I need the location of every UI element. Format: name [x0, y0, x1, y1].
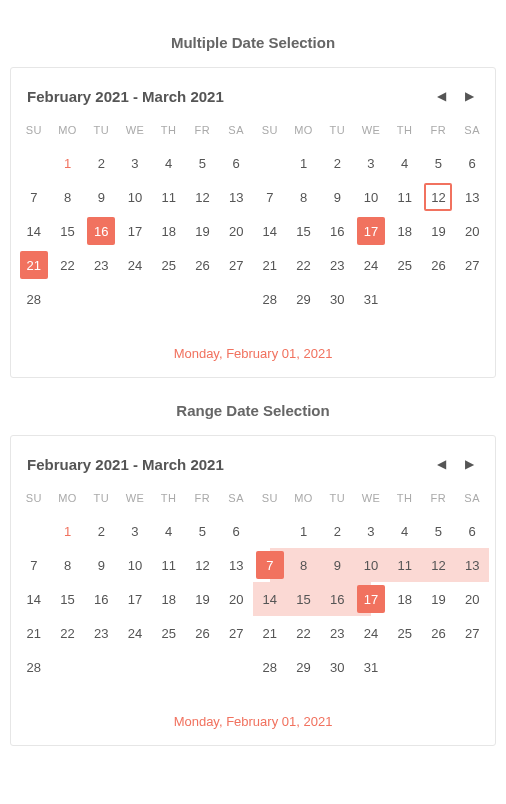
day-cell[interactable]: 1: [51, 146, 85, 180]
day-cell[interactable]: 11: [152, 180, 186, 214]
day-cell[interactable]: 9: [84, 180, 118, 214]
day-cell[interactable]: 17: [118, 582, 152, 616]
day-cell[interactable]: 21: [253, 248, 287, 282]
day-cell[interactable]: 29: [287, 282, 321, 316]
day-cell[interactable]: 12: [422, 180, 456, 214]
day-cell[interactable]: 1: [287, 514, 321, 548]
day-cell[interactable]: 20: [219, 214, 253, 248]
day-cell[interactable]: 18: [388, 214, 422, 248]
day-cell[interactable]: 10: [118, 548, 152, 582]
day-cell[interactable]: 5: [186, 146, 220, 180]
day-cell[interactable]: 4: [388, 146, 422, 180]
day-cell[interactable]: 18: [152, 214, 186, 248]
day-cell[interactable]: 24: [354, 616, 388, 650]
day-cell[interactable]: 3: [118, 514, 152, 548]
day-cell[interactable]: 7: [17, 548, 51, 582]
day-cell[interactable]: 4: [152, 146, 186, 180]
day-cell[interactable]: 9: [320, 180, 354, 214]
day-cell[interactable]: 28: [17, 282, 51, 316]
day-cell[interactable]: 28: [253, 282, 287, 316]
day-cell[interactable]: 27: [219, 616, 253, 650]
day-cell[interactable]: 5: [186, 514, 220, 548]
next-month-button[interactable]: ▶: [459, 454, 479, 474]
day-cell[interactable]: 22: [287, 248, 321, 282]
day-cell[interactable]: 2: [320, 146, 354, 180]
day-cell[interactable]: 14: [17, 582, 51, 616]
day-cell[interactable]: 11: [152, 548, 186, 582]
day-cell[interactable]: 20: [219, 582, 253, 616]
day-cell[interactable]: 10: [354, 180, 388, 214]
day-cell[interactable]: 31: [354, 282, 388, 316]
day-cell[interactable]: 21: [17, 616, 51, 650]
day-cell[interactable]: 4: [388, 514, 422, 548]
day-cell[interactable]: 24: [118, 616, 152, 650]
day-cell[interactable]: 13: [455, 180, 489, 214]
day-cell[interactable]: 8: [51, 548, 85, 582]
day-cell[interactable]: 27: [455, 248, 489, 282]
day-cell[interactable]: 6: [455, 146, 489, 180]
day-cell[interactable]: 14: [17, 214, 51, 248]
day-cell[interactable]: 23: [320, 616, 354, 650]
day-cell[interactable]: 26: [422, 248, 456, 282]
day-cell[interactable]: 24: [354, 248, 388, 282]
day-cell[interactable]: 25: [152, 616, 186, 650]
day-cell[interactable]: 18: [152, 582, 186, 616]
day-cell[interactable]: 14: [253, 214, 287, 248]
day-cell[interactable]: 28: [17, 650, 51, 684]
day-cell[interactable]: 17: [354, 214, 388, 248]
day-cell[interactable]: 19: [422, 214, 456, 248]
day-cell[interactable]: 12: [186, 548, 220, 582]
day-cell[interactable]: 5: [422, 514, 456, 548]
day-cell[interactable]: 25: [152, 248, 186, 282]
day-cell[interactable]: 25: [388, 616, 422, 650]
day-cell[interactable]: 13: [219, 548, 253, 582]
day-cell[interactable]: 23: [84, 248, 118, 282]
day-cell[interactable]: 3: [354, 514, 388, 548]
day-cell[interactable]: 16: [84, 582, 118, 616]
day-cell[interactable]: 15: [51, 214, 85, 248]
next-month-button[interactable]: ▶: [459, 86, 479, 106]
day-cell[interactable]: 30: [320, 650, 354, 684]
day-cell[interactable]: 20: [455, 582, 489, 616]
day-cell[interactable]: 12: [422, 548, 456, 582]
prev-month-button[interactable]: ◀: [431, 454, 451, 474]
day-cell[interactable]: 15: [51, 582, 85, 616]
day-cell[interactable]: 23: [84, 616, 118, 650]
day-cell[interactable]: 2: [320, 514, 354, 548]
day-cell[interactable]: 13: [219, 180, 253, 214]
day-cell[interactable]: 10: [354, 548, 388, 582]
day-cell[interactable]: 25: [388, 248, 422, 282]
day-cell[interactable]: 1: [287, 146, 321, 180]
day-cell[interactable]: 1: [51, 514, 85, 548]
day-cell[interactable]: 21: [17, 248, 51, 282]
day-cell[interactable]: 5: [422, 146, 456, 180]
day-cell[interactable]: 18: [388, 582, 422, 616]
day-cell[interactable]: 29: [287, 650, 321, 684]
day-cell[interactable]: 12: [186, 180, 220, 214]
day-cell[interactable]: 11: [388, 180, 422, 214]
day-cell[interactable]: 22: [287, 616, 321, 650]
day-cell[interactable]: 23: [320, 248, 354, 282]
day-cell[interactable]: 15: [287, 582, 321, 616]
day-cell[interactable]: 9: [320, 548, 354, 582]
day-cell[interactable]: 14: [253, 582, 287, 616]
day-cell[interactable]: 26: [186, 616, 220, 650]
day-cell[interactable]: 8: [287, 180, 321, 214]
day-cell[interactable]: 17: [118, 214, 152, 248]
day-cell[interactable]: 6: [455, 514, 489, 548]
day-cell[interactable]: 22: [51, 248, 85, 282]
day-cell[interactable]: 4: [152, 514, 186, 548]
day-cell[interactable]: 28: [253, 650, 287, 684]
day-cell[interactable]: 31: [354, 650, 388, 684]
day-cell[interactable]: 6: [219, 146, 253, 180]
day-cell[interactable]: 6: [219, 514, 253, 548]
day-cell[interactable]: 8: [287, 548, 321, 582]
day-cell[interactable]: 7: [253, 180, 287, 214]
day-cell[interactable]: 16: [84, 214, 118, 248]
day-cell[interactable]: 19: [422, 582, 456, 616]
prev-month-button[interactable]: ◀: [431, 86, 451, 106]
day-cell[interactable]: 7: [253, 548, 287, 582]
day-cell[interactable]: 9: [84, 548, 118, 582]
day-cell[interactable]: 15: [287, 214, 321, 248]
day-cell[interactable]: 3: [354, 146, 388, 180]
